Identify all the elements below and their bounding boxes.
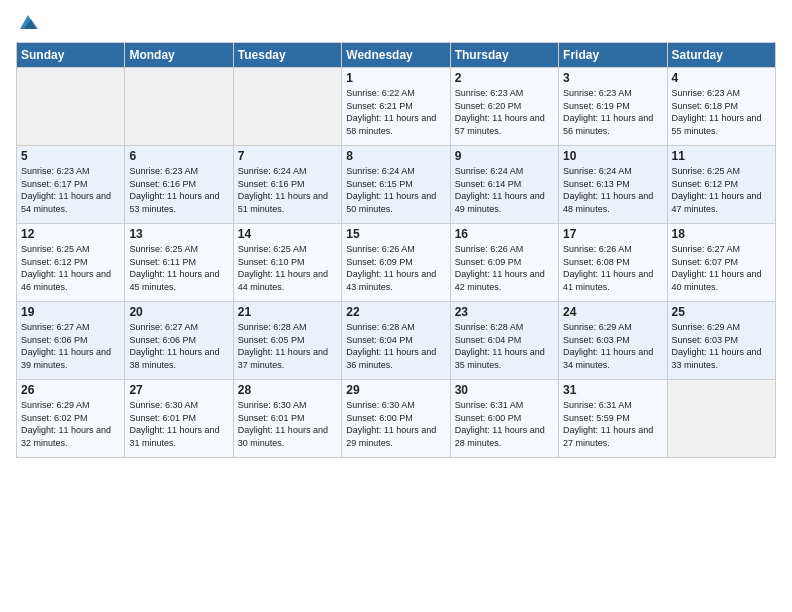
day-number: 31 [563, 383, 662, 397]
day-number: 1 [346, 71, 445, 85]
calendar-cell: 29Sunrise: 6:30 AM Sunset: 6:00 PM Dayli… [342, 380, 450, 458]
day-number: 20 [129, 305, 228, 319]
day-info: Sunrise: 6:26 AM Sunset: 6:08 PM Dayligh… [563, 243, 662, 293]
calendar-cell: 7Sunrise: 6:24 AM Sunset: 6:16 PM Daylig… [233, 146, 341, 224]
day-info: Sunrise: 6:31 AM Sunset: 6:00 PM Dayligh… [455, 399, 554, 449]
calendar-cell: 26Sunrise: 6:29 AM Sunset: 6:02 PM Dayli… [17, 380, 125, 458]
calendar-cell: 22Sunrise: 6:28 AM Sunset: 6:04 PM Dayli… [342, 302, 450, 380]
calendar-week-row: 12Sunrise: 6:25 AM Sunset: 6:12 PM Dayli… [17, 224, 776, 302]
calendar-body: 1Sunrise: 6:22 AM Sunset: 6:21 PM Daylig… [17, 68, 776, 458]
day-info: Sunrise: 6:27 AM Sunset: 6:06 PM Dayligh… [129, 321, 228, 371]
calendar-cell: 23Sunrise: 6:28 AM Sunset: 6:04 PM Dayli… [450, 302, 558, 380]
day-number: 13 [129, 227, 228, 241]
calendar-cell: 17Sunrise: 6:26 AM Sunset: 6:08 PM Dayli… [559, 224, 667, 302]
calendar-cell: 9Sunrise: 6:24 AM Sunset: 6:14 PM Daylig… [450, 146, 558, 224]
calendar-cell [17, 68, 125, 146]
calendar-cell [233, 68, 341, 146]
calendar-cell: 21Sunrise: 6:28 AM Sunset: 6:05 PM Dayli… [233, 302, 341, 380]
day-number: 27 [129, 383, 228, 397]
weekday-header: Saturday [667, 43, 775, 68]
calendar-cell: 31Sunrise: 6:31 AM Sunset: 5:59 PM Dayli… [559, 380, 667, 458]
logo [16, 14, 38, 34]
day-info: Sunrise: 6:23 AM Sunset: 6:17 PM Dayligh… [21, 165, 120, 215]
weekday-header: Thursday [450, 43, 558, 68]
day-info: Sunrise: 6:27 AM Sunset: 6:06 PM Dayligh… [21, 321, 120, 371]
day-number: 4 [672, 71, 771, 85]
calendar-cell: 12Sunrise: 6:25 AM Sunset: 6:12 PM Dayli… [17, 224, 125, 302]
day-number: 5 [21, 149, 120, 163]
calendar-week-row: 1Sunrise: 6:22 AM Sunset: 6:21 PM Daylig… [17, 68, 776, 146]
calendar-cell [125, 68, 233, 146]
day-info: Sunrise: 6:24 AM Sunset: 6:15 PM Dayligh… [346, 165, 445, 215]
day-info: Sunrise: 6:29 AM Sunset: 6:03 PM Dayligh… [563, 321, 662, 371]
calendar-cell: 25Sunrise: 6:29 AM Sunset: 6:03 PM Dayli… [667, 302, 775, 380]
day-info: Sunrise: 6:25 AM Sunset: 6:12 PM Dayligh… [672, 165, 771, 215]
day-info: Sunrise: 6:28 AM Sunset: 6:05 PM Dayligh… [238, 321, 337, 371]
day-number: 14 [238, 227, 337, 241]
day-info: Sunrise: 6:28 AM Sunset: 6:04 PM Dayligh… [346, 321, 445, 371]
weekday-header: Tuesday [233, 43, 341, 68]
logo-icon [18, 13, 38, 33]
calendar-cell: 19Sunrise: 6:27 AM Sunset: 6:06 PM Dayli… [17, 302, 125, 380]
day-number: 21 [238, 305, 337, 319]
day-info: Sunrise: 6:23 AM Sunset: 6:20 PM Dayligh… [455, 87, 554, 137]
day-info: Sunrise: 6:25 AM Sunset: 6:10 PM Dayligh… [238, 243, 337, 293]
calendar-cell: 6Sunrise: 6:23 AM Sunset: 6:16 PM Daylig… [125, 146, 233, 224]
day-number: 9 [455, 149, 554, 163]
day-info: Sunrise: 6:24 AM Sunset: 6:13 PM Dayligh… [563, 165, 662, 215]
calendar-cell: 1Sunrise: 6:22 AM Sunset: 6:21 PM Daylig… [342, 68, 450, 146]
day-info: Sunrise: 6:25 AM Sunset: 6:12 PM Dayligh… [21, 243, 120, 293]
calendar-cell: 27Sunrise: 6:30 AM Sunset: 6:01 PM Dayli… [125, 380, 233, 458]
day-info: Sunrise: 6:23 AM Sunset: 6:16 PM Dayligh… [129, 165, 228, 215]
day-number: 6 [129, 149, 228, 163]
day-number: 16 [455, 227, 554, 241]
day-info: Sunrise: 6:23 AM Sunset: 6:19 PM Dayligh… [563, 87, 662, 137]
day-info: Sunrise: 6:31 AM Sunset: 5:59 PM Dayligh… [563, 399, 662, 449]
day-info: Sunrise: 6:29 AM Sunset: 6:02 PM Dayligh… [21, 399, 120, 449]
day-number: 10 [563, 149, 662, 163]
calendar-cell: 16Sunrise: 6:26 AM Sunset: 6:09 PM Dayli… [450, 224, 558, 302]
day-info: Sunrise: 6:29 AM Sunset: 6:03 PM Dayligh… [672, 321, 771, 371]
calendar-header-row: SundayMondayTuesdayWednesdayThursdayFrid… [17, 43, 776, 68]
day-info: Sunrise: 6:27 AM Sunset: 6:07 PM Dayligh… [672, 243, 771, 293]
weekday-header: Monday [125, 43, 233, 68]
calendar-cell: 18Sunrise: 6:27 AM Sunset: 6:07 PM Dayli… [667, 224, 775, 302]
day-number: 25 [672, 305, 771, 319]
calendar-cell: 3Sunrise: 6:23 AM Sunset: 6:19 PM Daylig… [559, 68, 667, 146]
day-number: 30 [455, 383, 554, 397]
day-info: Sunrise: 6:28 AM Sunset: 6:04 PM Dayligh… [455, 321, 554, 371]
calendar-cell: 2Sunrise: 6:23 AM Sunset: 6:20 PM Daylig… [450, 68, 558, 146]
calendar-cell: 15Sunrise: 6:26 AM Sunset: 6:09 PM Dayli… [342, 224, 450, 302]
calendar-week-row: 19Sunrise: 6:27 AM Sunset: 6:06 PM Dayli… [17, 302, 776, 380]
calendar-cell [667, 380, 775, 458]
calendar-cell: 24Sunrise: 6:29 AM Sunset: 6:03 PM Dayli… [559, 302, 667, 380]
day-number: 7 [238, 149, 337, 163]
weekday-header: Friday [559, 43, 667, 68]
day-info: Sunrise: 6:25 AM Sunset: 6:11 PM Dayligh… [129, 243, 228, 293]
day-number: 12 [21, 227, 120, 241]
day-number: 2 [455, 71, 554, 85]
day-number: 8 [346, 149, 445, 163]
day-info: Sunrise: 6:24 AM Sunset: 6:14 PM Dayligh… [455, 165, 554, 215]
day-number: 24 [563, 305, 662, 319]
day-info: Sunrise: 6:26 AM Sunset: 6:09 PM Dayligh… [346, 243, 445, 293]
calendar-cell: 4Sunrise: 6:23 AM Sunset: 6:18 PM Daylig… [667, 68, 775, 146]
calendar-cell: 11Sunrise: 6:25 AM Sunset: 6:12 PM Dayli… [667, 146, 775, 224]
day-info: Sunrise: 6:22 AM Sunset: 6:21 PM Dayligh… [346, 87, 445, 137]
calendar-cell: 8Sunrise: 6:24 AM Sunset: 6:15 PM Daylig… [342, 146, 450, 224]
day-info: Sunrise: 6:24 AM Sunset: 6:16 PM Dayligh… [238, 165, 337, 215]
day-info: Sunrise: 6:23 AM Sunset: 6:18 PM Dayligh… [672, 87, 771, 137]
calendar-cell: 30Sunrise: 6:31 AM Sunset: 6:00 PM Dayli… [450, 380, 558, 458]
day-number: 17 [563, 227, 662, 241]
day-info: Sunrise: 6:30 AM Sunset: 6:01 PM Dayligh… [129, 399, 228, 449]
day-number: 18 [672, 227, 771, 241]
day-number: 29 [346, 383, 445, 397]
day-number: 23 [455, 305, 554, 319]
calendar-cell: 20Sunrise: 6:27 AM Sunset: 6:06 PM Dayli… [125, 302, 233, 380]
header [16, 10, 776, 34]
day-number: 3 [563, 71, 662, 85]
day-number: 28 [238, 383, 337, 397]
day-number: 15 [346, 227, 445, 241]
calendar-cell: 5Sunrise: 6:23 AM Sunset: 6:17 PM Daylig… [17, 146, 125, 224]
weekday-header: Sunday [17, 43, 125, 68]
